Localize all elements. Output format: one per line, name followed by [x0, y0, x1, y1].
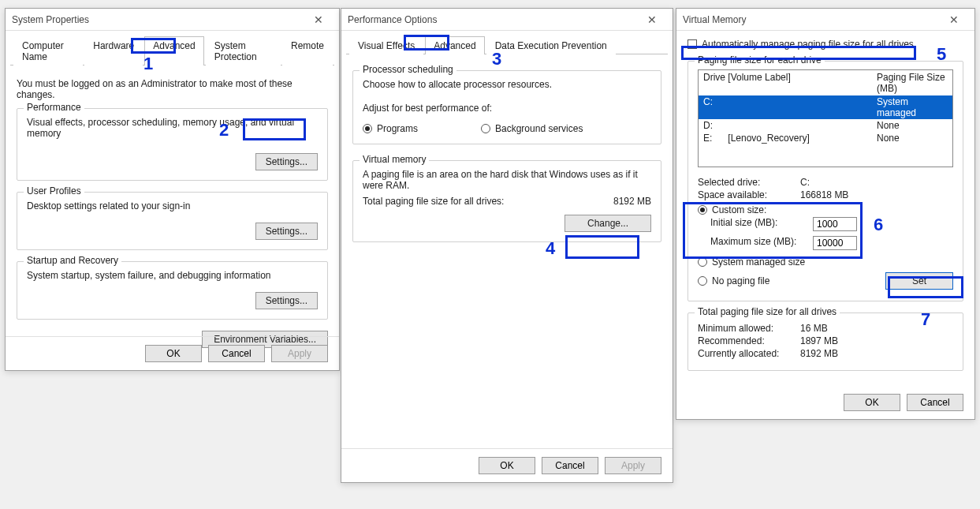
procsched-line1: Choose how to allocate processor resourc…	[363, 79, 651, 90]
ok-button[interactable]: OK	[844, 394, 900, 411]
close-icon[interactable]: ✕	[938, 13, 970, 26]
title-text: Virtual Memory	[683, 14, 938, 25]
cancel-button[interactable]: Cancel	[542, 457, 598, 474]
col-size: Paging File Size (MB)	[877, 72, 948, 94]
processor-scheduling-group: Processor scheduling Choose how to alloc…	[352, 70, 661, 144]
processor-scheduling-legend: Processor scheduling	[360, 64, 456, 75]
procsched-line2: Adjust for best performance of:	[363, 103, 651, 114]
totals-legend: Total paging file size for all drives	[695, 306, 840, 317]
recommended-label: Recommended:	[698, 335, 800, 346]
tab-remote[interactable]: Remote	[282, 36, 333, 65]
radio-bg-label: Background services	[495, 123, 583, 134]
user-profiles-group: User Profiles Desktop settings related t…	[17, 192, 328, 250]
selected-drive-value: C:	[800, 177, 810, 188]
startup-recovery-legend: Startup and Recovery	[24, 255, 121, 266]
radio-no-paging-label: No paging file	[712, 275, 769, 286]
drive-size: None	[877, 133, 948, 144]
titlebar: Performance Options ✕	[341, 9, 673, 31]
drive-size: System managed	[877, 96, 948, 118]
paging-file-legend: Paging file size for each drive	[695, 54, 825, 65]
apply-button[interactable]: Apply	[271, 345, 328, 362]
drive-row[interactable]: D:None	[699, 119, 952, 132]
initial-size-label: Initial size (MB):	[710, 217, 813, 231]
tab-computer-name[interactable]: Computer Name	[13, 36, 83, 65]
virtual-memory-legend: Virtual memory	[360, 154, 429, 165]
max-size-label: Maximum size (MB):	[710, 236, 813, 250]
user-profiles-desc: Desktop settings related to your sign-in	[27, 200, 318, 211]
max-size-input[interactable]	[813, 236, 857, 250]
radio-system-managed[interactable]: System managed size	[698, 256, 805, 268]
close-icon[interactable]: ✕	[636, 13, 668, 26]
drive-list[interactable]: Drive [Volume Label] Paging File Size (M…	[698, 69, 953, 167]
startup-recovery-group: Startup and Recovery System startup, sys…	[17, 261, 328, 320]
min-allowed-label: Minimum allowed:	[698, 323, 800, 334]
user-profiles-legend: User Profiles	[24, 185, 84, 196]
totals-group: Total paging file size for all drives Mi…	[687, 313, 963, 371]
current-allocated-value: 8192 MB	[800, 348, 838, 359]
performance-desc: Visual effects, processor scheduling, me…	[27, 117, 318, 139]
performance-legend: Performance	[24, 102, 84, 113]
tab-advanced[interactable]: Advanced	[425, 36, 484, 54]
system-properties-dialog: System Properties ✕ Computer Name Hardwa…	[5, 8, 340, 371]
radio-background-services[interactable]: Background services	[481, 123, 583, 134]
radio-programs[interactable]: Programs	[363, 123, 418, 134]
tab-advanced[interactable]: Advanced	[144, 36, 203, 65]
set-button[interactable]: Set	[885, 272, 953, 290]
ok-button[interactable]: OK	[479, 457, 535, 474]
radio-icon	[481, 124, 490, 133]
startup-recovery-settings-button[interactable]: Settings...	[255, 292, 318, 309]
change-button[interactable]: Change...	[565, 215, 651, 232]
radio-icon	[698, 257, 707, 267]
radio-icon	[698, 205, 707, 215]
close-icon[interactable]: ✕	[303, 13, 334, 26]
col-drive: Drive [Volume Label]	[703, 72, 877, 94]
cancel-button[interactable]: Cancel	[907, 394, 963, 411]
apply-button[interactable]: Apply	[605, 457, 661, 474]
space-available-value: 166818 MB	[800, 189, 848, 200]
initial-size-input[interactable]	[813, 217, 857, 231]
tab-visual-effects[interactable]: Visual Effects	[349, 36, 423, 54]
auto-manage-label: Automatically manage paging file size fo…	[702, 39, 914, 50]
vmem-total-label: Total paging file size for all drives:	[363, 196, 613, 207]
radio-icon	[698, 276, 707, 286]
drive-row[interactable]: C:System managed	[699, 95, 952, 119]
title-text: Performance Options	[348, 14, 636, 25]
title-text: System Properties	[12, 14, 303, 25]
virtual-memory-dialog: Virtual Memory ✕ Automatically manage pa…	[676, 8, 975, 420]
performance-settings-button[interactable]: Settings...	[255, 153, 318, 170]
radio-no-paging[interactable]: No paging file	[698, 275, 885, 286]
drive-label: E: [Lenovo_Recovery]	[703, 133, 877, 144]
drive-size: None	[877, 120, 948, 131]
tabs: Visual Effects Advanced Data Execution P…	[346, 36, 668, 54]
radio-system-managed-label: System managed size	[712, 256, 805, 268]
drive-row[interactable]: E: [Lenovo_Recovery]None	[699, 132, 952, 144]
space-available-label: Space available:	[698, 189, 800, 200]
user-profiles-settings-button[interactable]: Settings...	[255, 223, 318, 240]
ok-button[interactable]: OK	[145, 345, 202, 362]
current-allocated-label: Currently allocated:	[698, 348, 800, 359]
vmem-total-value: 8192 MB	[613, 196, 651, 207]
virtual-memory-group: Virtual memory A paging file is an area …	[352, 160, 661, 242]
tab-hardware[interactable]: Hardware	[84, 36, 143, 65]
selected-drive-label: Selected drive:	[698, 177, 800, 188]
admin-note: You must be logged on as an Administrato…	[17, 78, 328, 100]
cancel-button[interactable]: Cancel	[208, 345, 265, 362]
checkbox-icon	[687, 39, 697, 49]
tab-dep[interactable]: Data Execution Prevention	[486, 36, 616, 54]
radio-custom-size[interactable]: Custom size:	[698, 204, 766, 215]
recommended-value: 1897 MB	[800, 335, 838, 346]
tab-system-protection[interactable]: System Protection	[206, 36, 281, 65]
min-allowed-value: 16 MB	[800, 323, 828, 334]
drive-label: C:	[703, 96, 877, 118]
radio-custom-size-label: Custom size:	[712, 204, 766, 215]
drive-label: D:	[703, 120, 877, 131]
paging-file-group: Paging file size for each drive Drive [V…	[687, 61, 963, 301]
titlebar: Virtual Memory ✕	[676, 9, 974, 31]
drive-list-header: Drive [Volume Label] Paging File Size (M…	[699, 70, 952, 95]
titlebar: System Properties ✕	[6, 9, 339, 31]
radio-programs-label: Programs	[377, 123, 418, 134]
vmem-desc: A paging file is an area on the hard dis…	[363, 169, 647, 191]
auto-manage-checkbox[interactable]: Automatically manage paging file size fo…	[687, 39, 914, 50]
startup-recovery-desc: System startup, system failure, and debu…	[27, 270, 318, 281]
tabs: Computer Name Hardware Advanced System P…	[10, 36, 334, 65]
